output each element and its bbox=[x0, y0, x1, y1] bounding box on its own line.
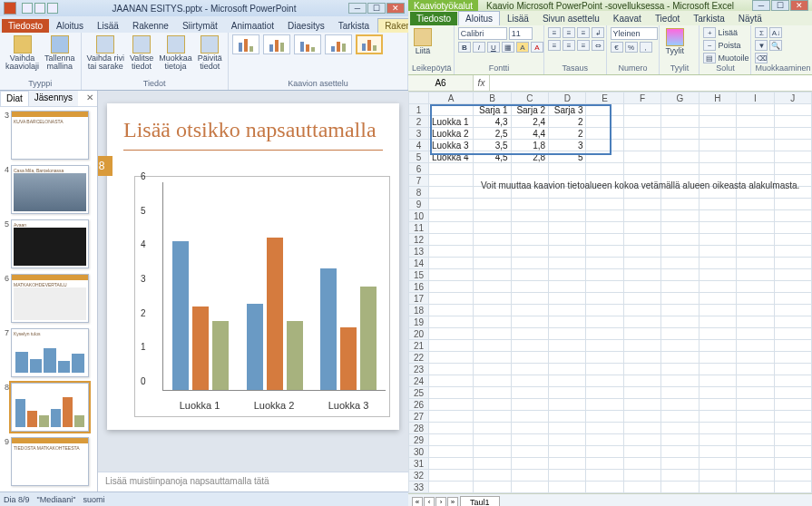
cell[interactable] bbox=[737, 305, 774, 316]
cell[interactable] bbox=[737, 446, 774, 458]
cell[interactable]: 2 bbox=[549, 116, 586, 128]
layout-option[interactable] bbox=[263, 34, 290, 54]
minimize-button[interactable]: ─ bbox=[348, 3, 367, 14]
cell[interactable] bbox=[429, 399, 474, 411]
cell[interactable] bbox=[661, 470, 699, 482]
cell[interactable] bbox=[737, 352, 774, 364]
cell[interactable] bbox=[586, 411, 623, 423]
cell[interactable] bbox=[623, 423, 660, 434]
clear-icon[interactable]: ⌫ bbox=[755, 53, 768, 63]
cell[interactable] bbox=[623, 269, 660, 281]
cell[interactable] bbox=[737, 281, 774, 293]
cell[interactable] bbox=[511, 364, 548, 375]
cell[interactable] bbox=[774, 434, 811, 446]
cell[interactable] bbox=[661, 340, 699, 352]
cell[interactable] bbox=[699, 470, 736, 482]
col-header[interactable]: J bbox=[774, 92, 811, 104]
cell[interactable] bbox=[623, 305, 660, 316]
cell[interactable] bbox=[623, 104, 660, 116]
chart-object[interactable]: Luokka 1 Luokka 2 Luokka 3 0123456 bbox=[134, 176, 390, 417]
cell[interactable] bbox=[774, 199, 811, 210]
cell[interactable] bbox=[699, 258, 736, 269]
col-header[interactable]: A bbox=[429, 92, 474, 104]
cell[interactable] bbox=[699, 140, 736, 151]
format-cells-icon[interactable]: ▤ bbox=[703, 53, 716, 63]
col-header[interactable]: E bbox=[586, 92, 623, 104]
cell[interactable] bbox=[623, 482, 660, 493]
tab-tarkista[interactable]: Tarkista bbox=[332, 19, 376, 33]
cell[interactable] bbox=[586, 458, 623, 470]
cell[interactable]: 5 bbox=[549, 151, 586, 163]
row-header[interactable]: 7 bbox=[409, 175, 429, 187]
cell[interactable] bbox=[586, 446, 623, 458]
row-header[interactable]: 12 bbox=[409, 234, 429, 246]
cell[interactable] bbox=[549, 258, 586, 269]
cell[interactable] bbox=[474, 446, 511, 458]
cell[interactable]: Sarja 1 bbox=[474, 104, 511, 116]
cell[interactable] bbox=[774, 423, 811, 434]
cell[interactable] bbox=[586, 128, 623, 140]
cell[interactable] bbox=[549, 399, 586, 411]
cell[interactable] bbox=[774, 470, 811, 482]
cell[interactable] bbox=[549, 411, 586, 423]
cell[interactable] bbox=[737, 163, 774, 175]
cell[interactable] bbox=[549, 328, 586, 340]
cell[interactable] bbox=[549, 163, 586, 175]
cell[interactable]: Luokka 4 bbox=[429, 151, 474, 163]
cell[interactable]: Luokka 1 bbox=[429, 116, 474, 128]
cell[interactable] bbox=[699, 104, 736, 116]
cell[interactable] bbox=[661, 399, 699, 411]
cell[interactable] bbox=[699, 151, 736, 163]
cell[interactable] bbox=[737, 399, 774, 411]
cell[interactable] bbox=[661, 352, 699, 364]
cell[interactable] bbox=[511, 258, 548, 269]
cell[interactable] bbox=[511, 482, 548, 493]
cell[interactable] bbox=[699, 269, 736, 281]
cell[interactable] bbox=[474, 387, 511, 399]
align-bot-icon[interactable]: ≡ bbox=[577, 27, 590, 38]
cell[interactable] bbox=[511, 423, 548, 434]
tab-rakenne[interactable]: Rakenne bbox=[126, 19, 175, 33]
row-header[interactable]: 10 bbox=[409, 210, 429, 222]
cell[interactable] bbox=[737, 140, 774, 151]
formula-bar[interactable] bbox=[490, 75, 812, 91]
title-placeholder[interactable]: Lisää otsikko napsauttamalla bbox=[107, 103, 399, 150]
cell[interactable] bbox=[511, 458, 548, 470]
cell[interactable] bbox=[474, 364, 511, 375]
cell[interactable] bbox=[586, 210, 623, 222]
merge-button[interactable]: ⇔ bbox=[592, 40, 604, 51]
cell[interactable] bbox=[699, 199, 736, 210]
paste-button[interactable]: Liitä bbox=[412, 27, 434, 56]
cell[interactable] bbox=[429, 470, 474, 482]
row-header[interactable]: 19 bbox=[409, 316, 429, 328]
layout-option[interactable] bbox=[232, 34, 259, 54]
cell[interactable] bbox=[429, 269, 474, 281]
col-header[interactable]: G bbox=[661, 92, 699, 104]
close-button[interactable]: ✕ bbox=[790, 0, 808, 11]
cell[interactable] bbox=[661, 482, 699, 493]
comma-icon[interactable]: , bbox=[640, 42, 652, 53]
minimize-button[interactable]: ─ bbox=[752, 0, 770, 11]
cell[interactable] bbox=[623, 199, 660, 210]
cell[interactable] bbox=[661, 375, 699, 387]
col-header[interactable]: C bbox=[511, 92, 548, 104]
tab-lisaa[interactable]: Lisää bbox=[91, 19, 125, 33]
worksheet-grid[interactable]: ABCDEFGHIJ1Sarja 1Sarja 2Sarja 32Luokka … bbox=[408, 92, 812, 493]
cell[interactable] bbox=[623, 399, 660, 411]
font-size-combo[interactable]: 11 bbox=[509, 27, 533, 40]
cell[interactable] bbox=[474, 305, 511, 316]
cell[interactable] bbox=[511, 328, 548, 340]
cell[interactable] bbox=[661, 305, 699, 316]
cell[interactable] bbox=[474, 316, 511, 328]
cell[interactable] bbox=[586, 340, 623, 352]
redo-icon[interactable] bbox=[47, 3, 58, 14]
italic-button[interactable]: I bbox=[473, 42, 485, 53]
cell[interactable] bbox=[586, 434, 623, 446]
cell[interactable] bbox=[549, 269, 586, 281]
row-header[interactable]: 9 bbox=[409, 199, 429, 210]
align-left-icon[interactable]: ≡ bbox=[548, 40, 561, 51]
cell[interactable] bbox=[774, 340, 811, 352]
cell[interactable] bbox=[623, 340, 660, 352]
cell[interactable] bbox=[586, 234, 623, 246]
cell[interactable] bbox=[586, 104, 623, 116]
